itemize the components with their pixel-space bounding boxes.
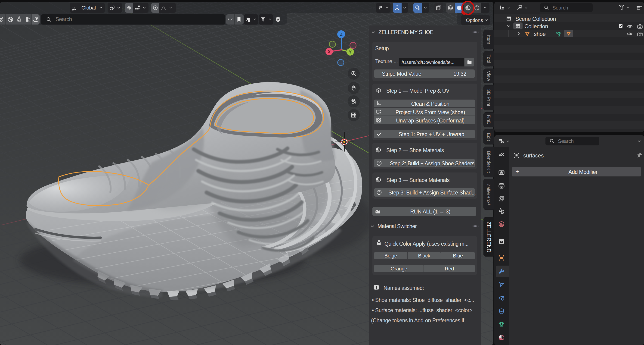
svg-text:Z: Z bbox=[340, 32, 342, 37]
svg-text:Y: Y bbox=[349, 50, 352, 54]
svg-text:X: X bbox=[328, 50, 330, 54]
